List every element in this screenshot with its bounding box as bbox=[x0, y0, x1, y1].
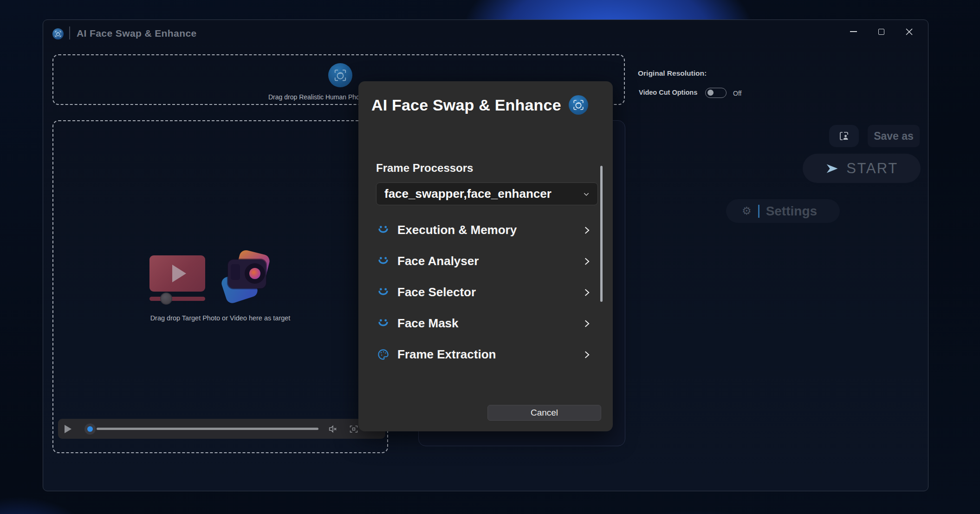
media-placeholder: Drag drop Target Photo or Video here as … bbox=[53, 121, 387, 452]
app-logo-face-scan-icon bbox=[52, 28, 64, 39]
minimize-icon bbox=[850, 31, 857, 32]
list-item-face-selector[interactable]: Face Selector bbox=[376, 277, 598, 308]
play-icon[interactable] bbox=[65, 425, 71, 433]
maximize-button[interactable] bbox=[874, 25, 888, 39]
close-button[interactable] bbox=[902, 25, 916, 39]
list-item-face-mask[interactable]: Face Mask bbox=[376, 308, 598, 339]
smiley-icon bbox=[376, 317, 390, 330]
list-item-label: Face Mask bbox=[397, 316, 582, 331]
list-item-face-analyser[interactable]: Face Analyser bbox=[376, 246, 598, 277]
maximize-icon bbox=[878, 29, 884, 35]
chevron-right-icon bbox=[582, 319, 591, 328]
chevron-right-icon bbox=[582, 350, 591, 359]
face-scan-icon bbox=[328, 63, 352, 87]
desktop: AI Face Swap & Enhance Drag drop Realist… bbox=[0, 0, 980, 514]
frame-processors-label: Frame Processors bbox=[376, 162, 473, 175]
smiley-icon bbox=[376, 286, 390, 299]
frame-processors-dropdown[interactable]: face_swapper,face_enhancer bbox=[376, 182, 598, 205]
chevron-down-icon bbox=[583, 190, 590, 198]
video-thumbnail-icon bbox=[149, 255, 205, 292]
smiley-icon bbox=[376, 224, 390, 236]
list-item-label: Frame Extraction bbox=[397, 347, 582, 362]
minimize-button[interactable] bbox=[846, 25, 860, 39]
save-face-button[interactable] bbox=[829, 125, 859, 147]
face-scan-icon bbox=[569, 95, 588, 115]
chevron-right-icon bbox=[582, 257, 591, 266]
gear-icon: ⚙ bbox=[742, 206, 752, 216]
modal-scrollbar-thumb[interactable] bbox=[600, 166, 603, 302]
dropdown-value: face_swapper,face_enhancer bbox=[384, 187, 552, 201]
player-control-bar bbox=[58, 419, 385, 439]
seek-track[interactable] bbox=[97, 428, 318, 430]
video-cut-state: Off bbox=[733, 90, 741, 97]
settings-button[interactable]: ⚙ Settings bbox=[726, 199, 840, 223]
cancel-button[interactable]: Cancel bbox=[487, 405, 601, 421]
settings-modal: AI Face Swap & Enhance Frame Processors … bbox=[358, 81, 613, 431]
target-drop-label: Drag drop Target Photo or Video here as … bbox=[53, 314, 387, 322]
window-controls bbox=[846, 25, 916, 39]
smiley-icon bbox=[376, 255, 390, 267]
list-item-label: Face Selector bbox=[397, 285, 582, 299]
original-resolution-label: Original Resolution: bbox=[638, 69, 707, 78]
close-icon bbox=[906, 28, 913, 35]
toggle-knob bbox=[707, 90, 714, 96]
target-drop-zone[interactable]: Drag drop Target Photo or Video here as … bbox=[52, 120, 388, 453]
mute-icon[interactable] bbox=[328, 424, 338, 434]
chevron-right-icon bbox=[582, 288, 591, 297]
titlebar-divider bbox=[69, 26, 70, 39]
fullscreen-icon[interactable] bbox=[349, 424, 358, 434]
video-thumbnail-slider bbox=[149, 297, 205, 301]
settings-divider bbox=[758, 205, 759, 218]
settings-label: Settings bbox=[766, 204, 817, 219]
modal-settings-list: Execution & Memory Face Analyser bbox=[376, 215, 598, 370]
save-as-button[interactable]: Save as bbox=[868, 125, 920, 147]
start-label: START bbox=[846, 160, 898, 177]
list-item-label: Face Analyser bbox=[397, 254, 582, 268]
chevron-right-icon bbox=[582, 226, 591, 235]
contact-card-icon bbox=[838, 130, 850, 142]
send-icon bbox=[825, 162, 839, 176]
video-thumbnail-knob bbox=[160, 293, 172, 305]
source-drop-label: Drag drop Realistic Human Phot bbox=[268, 93, 362, 101]
video-cut-toggle[interactable] bbox=[705, 88, 727, 98]
start-button[interactable]: START bbox=[803, 154, 921, 183]
camera-photo-icon bbox=[221, 251, 275, 302]
seek-knob[interactable] bbox=[84, 423, 96, 435]
palette-icon bbox=[376, 348, 390, 361]
list-item-execution-memory[interactable]: Execution & Memory bbox=[376, 215, 598, 246]
window-title: AI Face Swap & Enhance bbox=[77, 28, 197, 39]
list-item-label: Execution & Memory bbox=[397, 223, 582, 237]
list-item-frame-extraction[interactable]: Frame Extraction bbox=[376, 339, 598, 370]
modal-title: AI Face Swap & Enhance bbox=[371, 96, 561, 114]
video-cut-options-label: Video Cut Options bbox=[639, 89, 697, 96]
modal-header: AI Face Swap & Enhance bbox=[371, 95, 588, 115]
